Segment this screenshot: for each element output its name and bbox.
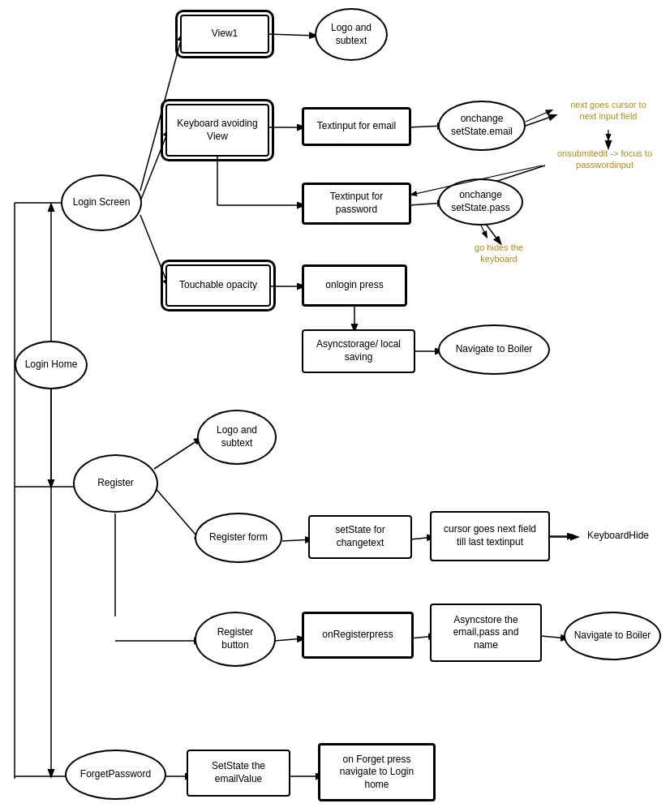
on-register-press-node: onRegisterpress bbox=[302, 612, 414, 659]
forget-password-label: ForgetPassword bbox=[80, 768, 151, 781]
register-button-node: Registerbutton bbox=[195, 612, 276, 667]
onlogin-press-node: onlogin press bbox=[302, 264, 407, 307]
textinput-pass-label: Textinput forpassword bbox=[330, 191, 383, 216]
go-hides-annotation: go hides thekeyboard bbox=[450, 237, 548, 269]
setstate-change-label: setState forchangetext bbox=[335, 524, 384, 549]
navigate-boiler1-node: Navigate to Boiler bbox=[438, 324, 550, 375]
register-form-node: Register form bbox=[195, 513, 282, 563]
logo-subtext2-node: Logo andsubtext bbox=[197, 410, 277, 465]
keyboard-view-node: Keyboard avoidingView bbox=[165, 104, 269, 157]
login-screen-node: Login Screen bbox=[61, 174, 142, 231]
svg-line-26 bbox=[274, 638, 304, 641]
forget-password-node: ForgetPassword bbox=[65, 750, 166, 800]
svg-line-37 bbox=[526, 110, 552, 122]
next-cursor-text: next goes cursor tonext input field bbox=[570, 99, 646, 122]
svg-line-4 bbox=[268, 34, 316, 36]
touchable-opacity-label: Touchable opacity bbox=[179, 279, 257, 292]
onsubmitedit-annotation: onsubmitedit -> focus topasswordinput bbox=[542, 140, 668, 178]
onchange-pass-node: onchangesetState.pass bbox=[438, 178, 523, 226]
onchange-email-label: onchangesetState.email bbox=[451, 113, 513, 138]
cursor-next-label: cursor goes next fieldtill last textinpu… bbox=[444, 523, 536, 548]
logo-subtext1-label: Logo andsubtext bbox=[331, 22, 372, 47]
svg-line-19 bbox=[154, 438, 201, 469]
register-form-label: Register form bbox=[209, 531, 268, 544]
logo-subtext1-node: Logo andsubtext bbox=[315, 8, 388, 61]
keyboard-hide-node: KeyboardHide bbox=[574, 515, 662, 557]
navigate-boiler2-label: Navigate to Boiler bbox=[574, 629, 651, 642]
navigate-boiler2-node: Navigate to Boiler bbox=[564, 612, 661, 660]
async-local-node: Asyncstorage/ localsaving bbox=[302, 329, 415, 373]
view1-node: View1 bbox=[180, 15, 269, 54]
setstate-email-node: SetState theemailValue bbox=[187, 750, 290, 797]
navigate-boiler1-label: Navigate to Boiler bbox=[456, 343, 533, 356]
svg-line-11 bbox=[140, 215, 169, 286]
on-forget-press-label: on Forget pressnavigate to Loginhome bbox=[340, 754, 414, 792]
on-register-press-label: onRegisterpress bbox=[322, 629, 393, 642]
onlogin-press-label: onlogin press bbox=[325, 279, 383, 292]
register-button-label: Registerbutton bbox=[217, 626, 254, 651]
login-home-node: Login Home bbox=[15, 341, 88, 389]
svg-line-20 bbox=[154, 487, 201, 541]
login-screen-label: Login Screen bbox=[73, 196, 131, 209]
on-forget-press-node: on Forget pressnavigate to Loginhome bbox=[318, 743, 436, 801]
svg-line-5 bbox=[140, 130, 169, 201]
cursor-next-node: cursor goes next fieldtill last textinpu… bbox=[430, 511, 550, 561]
next-cursor-annotation: next goes cursor tonext input field bbox=[552, 91, 665, 130]
login-home-label: Login Home bbox=[25, 359, 78, 372]
onchange-pass-label: onchangesetState.pass bbox=[451, 189, 510, 214]
asyncstore-email-label: Asyncstore theemail,pass andname bbox=[453, 614, 519, 652]
setstate-change-node: setState forchangetext bbox=[308, 515, 412, 559]
keyboard-view-label: Keyboard avoidingView bbox=[177, 118, 257, 143]
go-hides-text: go hides thekeyboard bbox=[475, 242, 523, 265]
asyncstore-email-node: Asyncstore theemail,pass andname bbox=[430, 604, 542, 662]
async-local-label: Asyncstorage/ localsaving bbox=[316, 338, 401, 363]
view1-label: View1 bbox=[212, 28, 238, 41]
textinput-pass-node: Textinput forpassword bbox=[302, 183, 411, 225]
textinput-email-label: Textinput for email bbox=[317, 120, 396, 133]
setstate-email-label: SetState theemailValue bbox=[212, 760, 265, 785]
keyboard-hide-label: KeyboardHide bbox=[587, 530, 649, 543]
register-node: Register bbox=[73, 454, 158, 513]
onsubmitedit-text: onsubmitedit -> focus topasswordinput bbox=[557, 148, 652, 171]
svg-line-40 bbox=[481, 226, 487, 237]
textinput-email-node: Textinput for email bbox=[302, 107, 411, 146]
register-label: Register bbox=[97, 477, 134, 490]
touchable-opacity-node: Touchable opacity bbox=[165, 264, 271, 307]
logo-subtext2-label: Logo andsubtext bbox=[217, 424, 257, 449]
onchange-email-node: onchangesetState.email bbox=[438, 101, 526, 151]
